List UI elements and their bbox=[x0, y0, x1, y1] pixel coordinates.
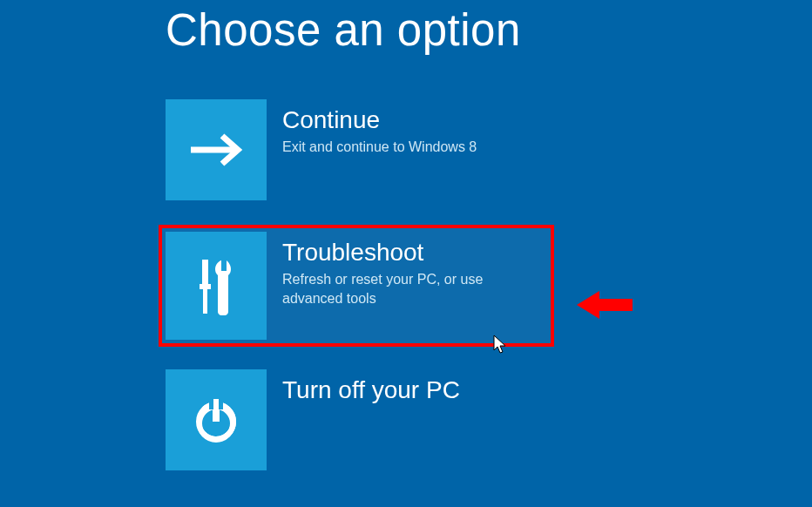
annotation-arrow-icon bbox=[575, 287, 636, 326]
svg-marker-12 bbox=[577, 291, 633, 319]
arrow-right-icon bbox=[166, 99, 267, 200]
option-turnoff[interactable]: Turn off your PC bbox=[166, 369, 558, 470]
option-title: Troubleshoot bbox=[282, 239, 547, 267]
option-text-continue: Continue Exit and continue to Windows 8 bbox=[267, 99, 477, 157]
option-title: Turn off your PC bbox=[282, 376, 460, 404]
page-title: Choose an option bbox=[166, 4, 812, 56]
option-title: Continue bbox=[282, 106, 477, 134]
svg-rect-3 bbox=[203, 289, 207, 314]
tools-icon bbox=[166, 232, 267, 340]
svg-rect-11 bbox=[213, 399, 219, 420]
option-continue[interactable]: Continue Exit and continue to Windows 8 bbox=[166, 99, 558, 200]
option-text-turnoff: Turn off your PC bbox=[267, 369, 460, 408]
power-icon bbox=[166, 369, 267, 470]
svg-rect-2 bbox=[200, 284, 211, 289]
option-text-troubleshoot: Troubleshoot Refresh or reset your PC, o… bbox=[267, 232, 547, 308]
svg-rect-1 bbox=[202, 260, 208, 284]
option-description: Refresh or reset your PC, or use advance… bbox=[282, 270, 547, 308]
option-description: Exit and continue to Windows 8 bbox=[282, 138, 477, 157]
svg-rect-4 bbox=[221, 260, 227, 271]
option-troubleshoot[interactable]: Troubleshoot Refresh or reset your PC, o… bbox=[160, 226, 552, 345]
